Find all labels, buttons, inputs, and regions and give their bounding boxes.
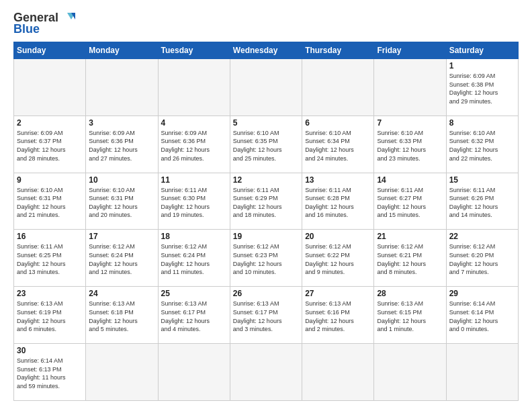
calendar-cell bbox=[374, 344, 446, 401]
day-number: 11 bbox=[161, 175, 227, 185]
calendar-cell bbox=[158, 344, 230, 401]
day-number: 10 bbox=[89, 175, 154, 185]
day-number: 25 bbox=[161, 289, 227, 298]
day-number: 6 bbox=[305, 118, 371, 128]
logo-bird-icon bbox=[60, 10, 75, 25]
day-number: 7 bbox=[377, 118, 443, 128]
calendar-cell: 25Sunrise: 6:13 AM Sunset: 6:17 PM Dayli… bbox=[158, 287, 230, 344]
day-info: Sunrise: 6:11 AM Sunset: 6:25 PM Dayligh… bbox=[17, 242, 83, 276]
day-info: Sunrise: 6:12 AM Sunset: 6:24 PM Dayligh… bbox=[89, 242, 154, 276]
calendar-cell: 19Sunrise: 6:12 AM Sunset: 6:23 PM Dayli… bbox=[230, 230, 302, 287]
day-number: 4 bbox=[161, 118, 227, 128]
day-number: 19 bbox=[233, 232, 299, 241]
day-info: Sunrise: 6:11 AM Sunset: 6:29 PM Dayligh… bbox=[233, 186, 299, 220]
weekday-header: Friday bbox=[374, 42, 446, 59]
calendar-cell: 29Sunrise: 6:14 AM Sunset: 6:14 PM Dayli… bbox=[446, 287, 518, 344]
calendar-cell: 26Sunrise: 6:13 AM Sunset: 6:17 PM Dayli… bbox=[230, 287, 302, 344]
day-number: 30 bbox=[17, 346, 83, 355]
day-info: Sunrise: 6:12 AM Sunset: 6:20 PM Dayligh… bbox=[449, 242, 515, 276]
day-info: Sunrise: 6:12 AM Sunset: 6:23 PM Dayligh… bbox=[233, 242, 299, 276]
calendar-cell: 5Sunrise: 6:10 AM Sunset: 6:35 PM Daylig… bbox=[230, 116, 302, 173]
day-number: 1 bbox=[449, 61, 515, 71]
calendar-cell: 21Sunrise: 6:12 AM Sunset: 6:21 PM Dayli… bbox=[374, 230, 446, 287]
weekday-header: Tuesday bbox=[158, 42, 230, 59]
calendar-row: 2Sunrise: 6:09 AM Sunset: 6:37 PM Daylig… bbox=[14, 116, 519, 173]
calendar-cell: 30Sunrise: 6:14 AM Sunset: 6:13 PM Dayli… bbox=[14, 344, 86, 401]
calendar-cell: 14Sunrise: 6:11 AM Sunset: 6:27 PM Dayli… bbox=[374, 173, 446, 230]
calendar-cell: 23Sunrise: 6:13 AM Sunset: 6:19 PM Dayli… bbox=[14, 287, 86, 344]
calendar-cell bbox=[302, 344, 374, 401]
day-info: Sunrise: 6:10 AM Sunset: 6:34 PM Dayligh… bbox=[305, 129, 371, 163]
day-info: Sunrise: 6:10 AM Sunset: 6:32 PM Dayligh… bbox=[449, 129, 515, 163]
day-info: Sunrise: 6:12 AM Sunset: 6:24 PM Dayligh… bbox=[161, 242, 227, 276]
calendar-cell: 11Sunrise: 6:11 AM Sunset: 6:30 PM Dayli… bbox=[158, 173, 230, 230]
day-number: 21 bbox=[377, 232, 443, 241]
calendar-row: 30Sunrise: 6:14 AM Sunset: 6:13 PM Dayli… bbox=[14, 344, 519, 401]
calendar-cell bbox=[158, 59, 230, 116]
weekday-header: Thursday bbox=[302, 42, 374, 59]
calendar-cell: 7Sunrise: 6:10 AM Sunset: 6:33 PM Daylig… bbox=[374, 116, 446, 173]
calendar-cell: 24Sunrise: 6:13 AM Sunset: 6:18 PM Dayli… bbox=[86, 287, 158, 344]
calendar-cell: 9Sunrise: 6:10 AM Sunset: 6:31 PM Daylig… bbox=[14, 173, 86, 230]
day-info: Sunrise: 6:12 AM Sunset: 6:21 PM Dayligh… bbox=[377, 242, 443, 276]
calendar-row: 23Sunrise: 6:13 AM Sunset: 6:19 PM Dayli… bbox=[14, 287, 519, 344]
day-number: 20 bbox=[305, 232, 371, 241]
day-number: 2 bbox=[17, 118, 83, 128]
day-number: 17 bbox=[89, 232, 154, 241]
day-number: 26 bbox=[233, 289, 299, 298]
day-info: Sunrise: 6:11 AM Sunset: 6:26 PM Dayligh… bbox=[449, 186, 515, 220]
day-info: Sunrise: 6:13 AM Sunset: 6:19 PM Dayligh… bbox=[17, 300, 83, 333]
day-number: 14 bbox=[377, 175, 443, 185]
calendar-cell: 22Sunrise: 6:12 AM Sunset: 6:20 PM Dayli… bbox=[446, 230, 518, 287]
day-info: Sunrise: 6:09 AM Sunset: 6:38 PM Dayligh… bbox=[449, 72, 515, 105]
calendar-cell: 18Sunrise: 6:12 AM Sunset: 6:24 PM Dayli… bbox=[158, 230, 230, 287]
calendar-cell: 3Sunrise: 6:09 AM Sunset: 6:36 PM Daylig… bbox=[86, 116, 158, 173]
calendar-cell: 1Sunrise: 6:09 AM Sunset: 6:38 PM Daylig… bbox=[446, 59, 518, 116]
calendar-cell: 17Sunrise: 6:12 AM Sunset: 6:24 PM Dayli… bbox=[86, 230, 158, 287]
calendar-cell: 27Sunrise: 6:13 AM Sunset: 6:16 PM Dayli… bbox=[302, 287, 374, 344]
day-info: Sunrise: 6:11 AM Sunset: 6:28 PM Dayligh… bbox=[305, 186, 371, 220]
calendar-cell: 2Sunrise: 6:09 AM Sunset: 6:37 PM Daylig… bbox=[14, 116, 86, 173]
day-info: Sunrise: 6:14 AM Sunset: 6:13 PM Dayligh… bbox=[17, 357, 83, 390]
weekday-header: Wednesday bbox=[230, 42, 302, 59]
day-info: Sunrise: 6:13 AM Sunset: 6:17 PM Dayligh… bbox=[161, 300, 227, 333]
day-info: Sunrise: 6:09 AM Sunset: 6:36 PM Dayligh… bbox=[161, 129, 227, 163]
day-info: Sunrise: 6:10 AM Sunset: 6:33 PM Dayligh… bbox=[377, 129, 443, 163]
weekday-header-row: SundayMondayTuesdayWednesdayThursdayFrid… bbox=[14, 42, 519, 59]
day-number: 13 bbox=[305, 175, 371, 185]
day-number: 28 bbox=[377, 289, 443, 298]
day-number: 15 bbox=[449, 175, 515, 185]
day-number: 23 bbox=[17, 289, 83, 298]
calendar-cell bbox=[86, 59, 158, 116]
calendar-cell: 13Sunrise: 6:11 AM Sunset: 6:28 PM Dayli… bbox=[302, 173, 374, 230]
day-info: Sunrise: 6:12 AM Sunset: 6:22 PM Dayligh… bbox=[305, 242, 371, 276]
page-header: General Blue bbox=[13, 10, 519, 36]
day-info: Sunrise: 6:13 AM Sunset: 6:16 PM Dayligh… bbox=[305, 300, 371, 333]
logo-blue: Blue bbox=[13, 22, 40, 36]
calendar-cell bbox=[302, 59, 374, 116]
day-number: 27 bbox=[305, 289, 371, 298]
calendar-cell: 4Sunrise: 6:09 AM Sunset: 6:36 PM Daylig… bbox=[158, 116, 230, 173]
weekday-header: Sunday bbox=[14, 42, 86, 59]
calendar-cell bbox=[230, 344, 302, 401]
day-info: Sunrise: 6:10 AM Sunset: 6:31 PM Dayligh… bbox=[17, 186, 83, 220]
calendar-cell: 16Sunrise: 6:11 AM Sunset: 6:25 PM Dayli… bbox=[14, 230, 86, 287]
day-info: Sunrise: 6:11 AM Sunset: 6:27 PM Dayligh… bbox=[377, 186, 443, 220]
calendar-cell: 15Sunrise: 6:11 AM Sunset: 6:26 PM Dayli… bbox=[446, 173, 518, 230]
day-number: 22 bbox=[449, 232, 515, 241]
calendar-row: 1Sunrise: 6:09 AM Sunset: 6:38 PM Daylig… bbox=[14, 59, 519, 116]
calendar-row: 16Sunrise: 6:11 AM Sunset: 6:25 PM Dayli… bbox=[14, 230, 519, 287]
calendar-cell: 20Sunrise: 6:12 AM Sunset: 6:22 PM Dayli… bbox=[302, 230, 374, 287]
day-info: Sunrise: 6:10 AM Sunset: 6:35 PM Dayligh… bbox=[233, 129, 299, 163]
day-info: Sunrise: 6:13 AM Sunset: 6:15 PM Dayligh… bbox=[377, 300, 443, 333]
day-number: 9 bbox=[17, 175, 83, 185]
logo: General Blue bbox=[13, 10, 75, 36]
day-info: Sunrise: 6:09 AM Sunset: 6:36 PM Dayligh… bbox=[89, 129, 154, 163]
calendar-cell bbox=[374, 59, 446, 116]
calendar-cell bbox=[14, 59, 86, 116]
calendar-table: SundayMondayTuesdayWednesdayThursdayFrid… bbox=[13, 42, 519, 401]
day-info: Sunrise: 6:13 AM Sunset: 6:17 PM Dayligh… bbox=[233, 300, 299, 333]
calendar-row: 9Sunrise: 6:10 AM Sunset: 6:31 PM Daylig… bbox=[14, 173, 519, 230]
weekday-header: Saturday bbox=[446, 42, 518, 59]
weekday-header: Monday bbox=[86, 42, 158, 59]
